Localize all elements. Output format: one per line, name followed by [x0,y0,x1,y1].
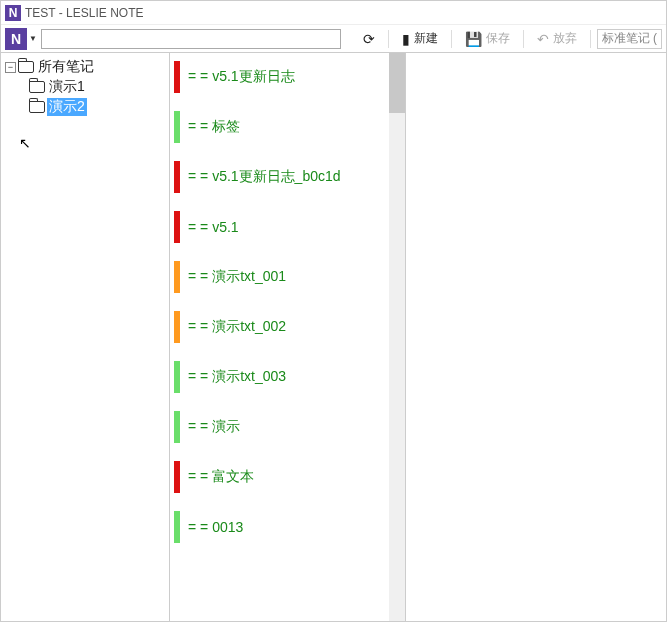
save-button[interactable]: 💾 保存 [458,28,517,50]
color-bar [174,211,180,243]
folder-icon [29,81,45,93]
list-item-title: = = 富文本 [188,468,254,486]
color-bar [174,361,180,393]
color-bar [174,511,180,543]
list-item-title: = = v5.1 [188,219,239,235]
tree-root[interactable]: − 所有笔记 [5,57,165,77]
list-item[interactable]: = = 演示 [174,411,401,443]
scroll-thumb[interactable] [389,53,405,113]
new-button[interactable]: ▮ 新建 [395,28,445,50]
refresh-icon: ⟳ [363,31,375,47]
list-item[interactable]: = = 标签 [174,111,401,143]
note-type-select[interactable]: 标准笔记 ( [597,29,662,49]
list-item-title: = = 演示txt_002 [188,318,286,336]
list-item-title: = = 演示 [188,418,240,436]
editor[interactable] [406,53,666,621]
color-bar [174,111,180,143]
separator [523,30,524,48]
list-item[interactable]: = = v5.1 [174,211,401,243]
folder-open-icon [29,101,45,113]
new-label: 新建 [414,30,438,47]
folder-icon [18,61,34,73]
list-item[interactable]: = = v5.1更新日志_b0c1d [174,161,401,193]
collapse-icon[interactable]: − [5,62,16,73]
discard-label: 放弃 [553,30,577,47]
list-item-title: = = 0013 [188,519,243,535]
note-list: = = v5.1更新日志= = 标签= = v5.1更新日志_b0c1d= = … [170,53,406,621]
toolbar: N▼ ⟳ ▮ 新建 💾 保存 ↶ 放弃 标准笔记 ( [1,25,666,53]
folder-tree: − 所有笔记 演示1 演示2 ↖ [1,53,170,621]
logo-icon[interactable]: N [5,28,27,50]
discard-button[interactable]: ↶ 放弃 [530,28,584,50]
list-item[interactable]: = = 演示txt_003 [174,361,401,393]
color-bar [174,411,180,443]
cursor-icon: ↖ [19,135,31,151]
list-item[interactable]: = = 0013 [174,511,401,543]
color-bar [174,161,180,193]
search-input[interactable] [41,29,341,49]
separator [388,30,389,48]
app-icon: N [5,5,21,21]
color-bar [174,61,180,93]
titlebar: N TEST - LESLIE NOTE [1,1,666,25]
undo-icon: ↶ [537,31,549,47]
list-item-title: = = 演示txt_001 [188,268,286,286]
file-icon: ▮ [402,31,410,47]
separator [451,30,452,48]
window-title: TEST - LESLIE NOTE [25,6,143,20]
save-label: 保存 [486,30,510,47]
color-bar [174,261,180,293]
list-item[interactable]: = = 演示txt_002 [174,311,401,343]
logo-dropdown-icon[interactable]: ▼ [29,34,37,43]
color-bar [174,461,180,493]
tree-item-0[interactable]: 演示1 [5,77,165,97]
scrollbar[interactable] [389,53,405,621]
tree-item-label: 演示1 [47,78,87,96]
tree-item-1[interactable]: 演示2 [5,97,165,117]
list-item[interactable]: = = v5.1更新日志 [174,61,401,93]
list-item-title: = = 标签 [188,118,240,136]
refresh-button[interactable]: ⟳ [356,28,382,50]
list-item[interactable]: = = 富文本 [174,461,401,493]
color-bar [174,311,180,343]
list-item-title: = = 演示txt_003 [188,368,286,386]
save-icon: 💾 [465,31,482,47]
separator [590,30,591,48]
tree-item-label: 演示2 [47,98,87,116]
list-item-title: = = v5.1更新日志 [188,68,295,86]
list-item[interactable]: = = 演示txt_001 [174,261,401,293]
list-item-title: = = v5.1更新日志_b0c1d [188,168,341,186]
tree-root-label: 所有笔记 [36,58,96,76]
